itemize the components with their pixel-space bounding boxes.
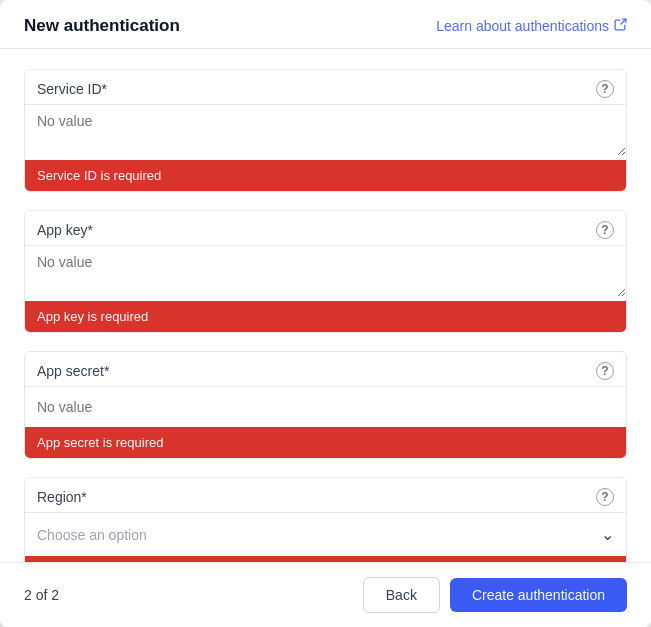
- learn-link-label: Learn about authentications: [436, 18, 609, 34]
- modal-header: New authentication Learn about authentic…: [0, 0, 651, 49]
- app-key-input[interactable]: [25, 245, 626, 297]
- service-id-help-icon[interactable]: ?: [596, 80, 614, 98]
- app-secret-group: App secret* ? App secret is required: [24, 351, 627, 459]
- app-secret-label: App secret*: [37, 363, 109, 379]
- chevron-down-icon: ⌄: [601, 525, 614, 544]
- region-group: Region* ? Choose an option ⌄ Region is r…: [24, 477, 627, 562]
- service-id-label: Service ID*: [37, 81, 107, 97]
- region-help-icon[interactable]: ?: [596, 488, 614, 506]
- app-secret-input[interactable]: [25, 386, 626, 427]
- external-link-icon: [614, 18, 627, 34]
- service-id-header: Service ID* ?: [25, 70, 626, 104]
- page-indicator: 2 of 2: [24, 587, 59, 603]
- service-id-error: Service ID is required: [25, 160, 626, 191]
- app-secret-help-icon[interactable]: ?: [596, 362, 614, 380]
- service-id-group: Service ID* ? Service ID is required: [24, 69, 627, 192]
- footer-buttons: Back Create authentication: [363, 577, 627, 613]
- app-key-group: App key* ? App key is required: [24, 210, 627, 333]
- app-key-error: App key is required: [25, 301, 626, 332]
- app-secret-header: App secret* ?: [25, 352, 626, 386]
- modal-footer: 2 of 2 Back Create authentication: [0, 562, 651, 627]
- region-placeholder: Choose an option: [37, 527, 147, 543]
- modal-body: Service ID* ? Service ID is required App…: [0, 49, 651, 562]
- app-secret-error: App secret is required: [25, 427, 626, 458]
- app-key-help-icon[interactable]: ?: [596, 221, 614, 239]
- app-key-label: App key*: [37, 222, 93, 238]
- app-key-header: App key* ?: [25, 211, 626, 245]
- new-authentication-modal: New authentication Learn about authentic…: [0, 0, 651, 627]
- create-authentication-button[interactable]: Create authentication: [450, 578, 627, 612]
- region-select[interactable]: Choose an option ⌄: [25, 512, 626, 556]
- modal-title: New authentication: [24, 16, 180, 36]
- back-button[interactable]: Back: [363, 577, 440, 613]
- learn-link[interactable]: Learn about authentications: [436, 18, 627, 34]
- region-label: Region*: [37, 489, 87, 505]
- region-header: Region* ?: [25, 478, 626, 512]
- service-id-input[interactable]: [25, 104, 626, 156]
